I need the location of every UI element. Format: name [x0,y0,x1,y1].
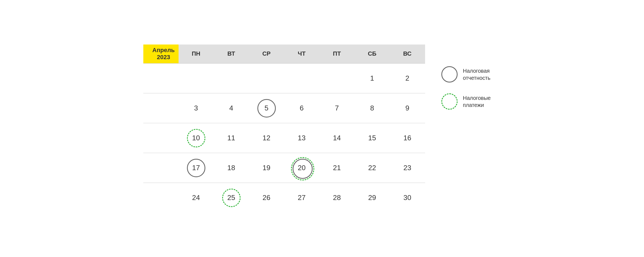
weekday-sun: ВС [390,45,425,64]
spacer-cell [143,153,179,183]
weekday-mon: ПН [179,45,214,64]
day-cell-16: 16 [390,123,425,153]
solid-circle: 5 [257,99,276,118]
weekday-tue: ВТ [214,45,249,64]
day-cell-20: 20 [284,153,319,183]
weekday-thu: ЧТ [284,45,319,64]
day-cell-empty [284,64,319,93]
day-cell-22: 22 [355,153,390,183]
day-cell-empty [249,64,284,93]
calendar-wrapper: Апрель 2023 ПН ВТ СР ЧТ ПТ СБ ВС 1234567… [143,45,501,213]
day-cell-24: 24 [179,183,214,213]
day-cell-4: 4 [214,93,249,123]
legend-label-solid: Налоговая отчетность [463,67,501,81]
day-cell-28: 28 [319,183,355,213]
day-cell-13: 13 [284,123,319,153]
legend-circle-dashed-icon [441,93,458,110]
day-cell-3: 3 [179,93,214,123]
legend: Налоговая отчетность Налоговые платежи [441,45,501,110]
day-cell-empty [319,64,355,93]
day-cell-23: 23 [390,153,425,183]
day-cell-19: 19 [249,153,284,183]
day-cell-14: 14 [319,123,355,153]
day-cell-18: 18 [214,153,249,183]
day-cell-30: 30 [390,183,425,213]
day-cell-11: 11 [214,123,249,153]
day-cell-25: 25 [214,183,249,213]
dashed-circle: 25 [222,189,241,207]
legend-item-solid: Налоговая отчетность [441,66,501,83]
day-cell-7: 7 [319,93,355,123]
day-cell-5: 5 [249,93,284,123]
day-cell-12: 12 [249,123,284,153]
solid-circle: 17 [187,159,205,177]
both-circle: 20 [293,159,311,177]
month-header: Апрель 2023 [143,45,179,64]
dashed-circle: 10 [187,129,205,147]
day-cell-21: 21 [319,153,355,183]
weekday-wed: СР [249,45,284,64]
day-cell-empty [214,64,249,93]
legend-label-dashed: Налоговые платежи [463,94,501,109]
spacer-cell [143,183,179,213]
spacer-cell [143,123,179,153]
calendar-table: Апрель 2023 ПН ВТ СР ЧТ ПТ СБ ВС 1234567… [143,45,425,213]
legend-item-dashed: Налоговые платежи [441,93,501,110]
weekday-sat: СБ [355,45,390,64]
day-cell-empty [179,64,214,93]
weekday-fri: ПТ [319,45,355,64]
day-cell-9: 9 [390,93,425,123]
day-cell-10: 10 [179,123,214,153]
spacer-cell [143,93,179,123]
spacer-cell [143,64,179,93]
day-cell-2: 2 [390,64,425,93]
day-cell-29: 29 [355,183,390,213]
day-cell-17: 17 [179,153,214,183]
day-cell-8: 8 [355,93,390,123]
legend-circle-solid-icon [441,66,458,83]
day-cell-26: 26 [249,183,284,213]
day-cell-1: 1 [355,64,390,93]
day-cell-6: 6 [284,93,319,123]
day-cell-27: 27 [284,183,319,213]
day-cell-15: 15 [355,123,390,153]
